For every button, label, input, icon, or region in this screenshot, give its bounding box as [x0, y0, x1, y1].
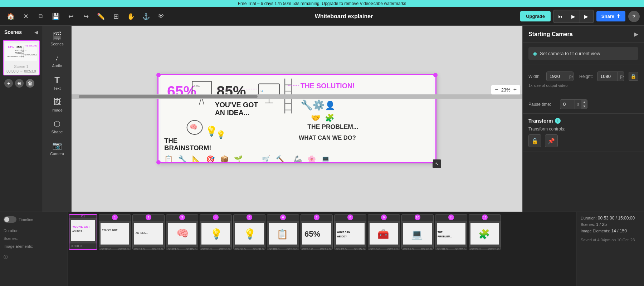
pen-icon[interactable]: ✏️: [94, 10, 107, 23]
add-scene-after-button[interactable]: ⊕: [15, 79, 24, 88]
scenes-collapse-button[interactable]: ◀: [34, 29, 38, 35]
item-10-badge: 10: [415, 214, 420, 220]
tool-text[interactable]: T Text: [45, 72, 69, 93]
scenes-tool-icon: 🎬: [52, 31, 62, 41]
timeline-info-icon-btn[interactable]: ⓘ: [4, 253, 64, 260]
help-button[interactable]: ?: [628, 11, 640, 22]
scenes-actions: + ⊕ 🗑: [0, 77, 43, 90]
zoom-in-button[interactable]: +: [513, 87, 517, 93]
scene-time: 00:00.0 → 00:53.0: [4, 69, 39, 75]
item-11-time: 00:20.000:22.5: [435, 247, 467, 250]
share-button[interactable]: Share ⬆: [596, 11, 625, 21]
whiteboard[interactable]: ⤡ 📷 Camera 1 65% 65% 85% YOU'VE GOT: [157, 74, 436, 163]
timeline-item-c1[interactable]: C1 YOU'VE GOT AN IDEA... 00:00.0: [69, 214, 97, 250]
images-label: Image Elements:: [581, 229, 610, 233]
timeline-item-1[interactable]: 1 YOU'VE GOT 00:00.000:01.5: [99, 214, 131, 250]
play-button[interactable]: ▶: [580, 10, 593, 23]
upgrade-button[interactable]: Upgrade: [520, 11, 551, 21]
timeline-item-12[interactable]: 12 🧩 00:22.500:25.0: [469, 214, 501, 250]
item-9-badge: 9: [381, 214, 387, 220]
item-11-thumb: THE PROBLEM...: [435, 221, 467, 247]
scenes-header: Scenes ◀: [0, 26, 43, 39]
zoom-out-button[interactable]: −: [495, 87, 498, 93]
pause-input[interactable]: [560, 100, 575, 109]
timeline-item-9[interactable]: 9 🧰 00:15.000:17.5: [368, 214, 400, 250]
timeline: Timeline Duration: Scenes: Image Element…: [0, 212, 644, 286]
svg-rect-77: [336, 223, 365, 245]
timeline-item-10[interactable]: 10 💻 00:17.500:20.0: [401, 214, 434, 250]
undo-icon[interactable]: ↩: [64, 10, 77, 23]
svg-text:🔧: 🔧: [301, 99, 313, 111]
saved-status: Saved at 4:04pm on 10 Oct '23: [581, 238, 640, 242]
canvas-scrollbar[interactable]: [72, 94, 522, 99]
tool-shape[interactable]: ⬡ Shape: [45, 117, 69, 137]
timeline-item-6[interactable]: 6 📋 00:08.000:10.0: [267, 214, 299, 250]
svg-text:🦾: 🦾: [293, 155, 302, 162]
grid-icon[interactable]: ⊞: [109, 10, 122, 23]
height-label: Height:: [579, 74, 594, 79]
pause-down-button[interactable]: ▼: [581, 104, 587, 109]
duration-value: 00:53:00 / 15:00:00: [598, 216, 635, 221]
timeline-toggle-switch[interactable]: [4, 216, 16, 223]
preview-from-start-button[interactable]: ⏮: [554, 10, 567, 23]
add-scene-button[interactable]: +: [4, 79, 13, 88]
right-panel-expand-button[interactable]: ▶: [634, 31, 638, 38]
timeline-sidebar: Timeline Duration: Scenes: Image Element…: [0, 212, 68, 286]
scene-thumbnail[interactable]: 65% 85% YOU'VE GOT AN IDEA... THE SOLUTI…: [3, 40, 40, 75]
svg-text:AN IDEA...: AN IDEA...: [136, 232, 148, 234]
tool-audio[interactable]: ♪ Audio: [45, 50, 69, 71]
tool-image[interactable]: 🖼 Image: [45, 95, 69, 115]
svg-text:THE: THE: [438, 231, 443, 233]
item-8-time: 00:12.500:15.0: [335, 247, 366, 250]
height-input[interactable]: [597, 72, 618, 81]
svg-text:👤: 👤: [325, 100, 336, 110]
svg-text:📦: 📦: [220, 155, 229, 162]
preview-current-button[interactable]: ▶: [567, 10, 580, 23]
transform-controls: 🔒 📌: [528, 134, 638, 147]
timeline-item-11[interactable]: 11 THE PROBLEM... 00:20.000:22.5: [435, 214, 467, 250]
toggle-knob: [4, 217, 9, 222]
scrollbar-thumb[interactable]: [79, 95, 258, 98]
width-input[interactable]: [547, 72, 567, 81]
images-row: Image Elements: 14 / 150: [581, 228, 640, 233]
close-icon[interactable]: ✕: [19, 10, 32, 23]
scene-label: Scene 1: [4, 64, 39, 69]
svg-text:YOU'VE GOT: YOU'VE GOT: [102, 229, 118, 231]
svg-text:🌱: 🌱: [234, 155, 243, 162]
item-4-badge: 4: [213, 214, 219, 220]
timeline-content[interactable]: C1 YOU'VE GOT AN IDEA... 00:00.0 1: [68, 212, 644, 286]
lock-aspect-button[interactable]: 🔒: [629, 72, 638, 81]
transform-info-icon[interactable]: i: [555, 118, 561, 124]
delete-scene-button[interactable]: 🗑: [26, 79, 34, 88]
redo-icon[interactable]: ↪: [79, 10, 92, 23]
pin-transform-button[interactable]: 📌: [545, 134, 558, 147]
item-10-time: 00:17.500:20.0: [402, 247, 433, 250]
pause-up-button[interactable]: ▲: [581, 100, 587, 104]
item-4-time: 00:05.500:06.5: [200, 247, 231, 250]
lock-transform-button[interactable]: 🔒: [528, 134, 541, 147]
timeline-item-8[interactable]: 8 WHAT CAN WE DO? 00:12.500:15.0: [334, 214, 366, 250]
home-icon[interactable]: 🏠: [4, 10, 17, 23]
timeline-item-3[interactable]: 3 🧠 00:03.000:05.5: [166, 214, 198, 250]
svg-text:AN IDEA...: AN IDEA...: [15, 52, 24, 54]
timeline-item-2[interactable]: 2 AN IDEA... 00:01.500:03.0: [132, 214, 165, 250]
set-camera-button[interactable]: ◈ Set camera to fit current view: [528, 47, 638, 60]
hand-icon[interactable]: ✋: [125, 10, 137, 23]
height-unit: px: [618, 72, 624, 81]
svg-text:🎯: 🎯: [206, 155, 215, 162]
svg-text:🌸: 🌸: [307, 155, 316, 162]
timeline-item-7[interactable]: 7 65% 00:10.000:12.5: [301, 214, 333, 250]
svg-text:WHAT CAN: WHAT CAN: [337, 231, 350, 233]
item-11-badge: 11: [448, 214, 454, 220]
duplicate-icon[interactable]: ⧉: [34, 10, 47, 23]
save-icon[interactable]: 💾: [49, 10, 62, 23]
timeline-item-4[interactable]: 4 💡 00:05.500:06.5: [200, 214, 232, 250]
tool-scenes[interactable]: 🎬 Scenes: [45, 29, 69, 49]
timeline-item-5[interactable]: 5 💡 00:06.500:08.0: [233, 214, 265, 250]
anchor-icon[interactable]: ⚓: [140, 10, 152, 23]
svg-text:85%: 85%: [16, 45, 22, 49]
item-12-time: 00:22.500:25.0: [469, 247, 501, 250]
tool-camera[interactable]: 📷 Camera: [45, 138, 69, 159]
hide-icon[interactable]: 👁: [155, 10, 167, 23]
item-3-thumb: 🧠: [166, 221, 198, 247]
